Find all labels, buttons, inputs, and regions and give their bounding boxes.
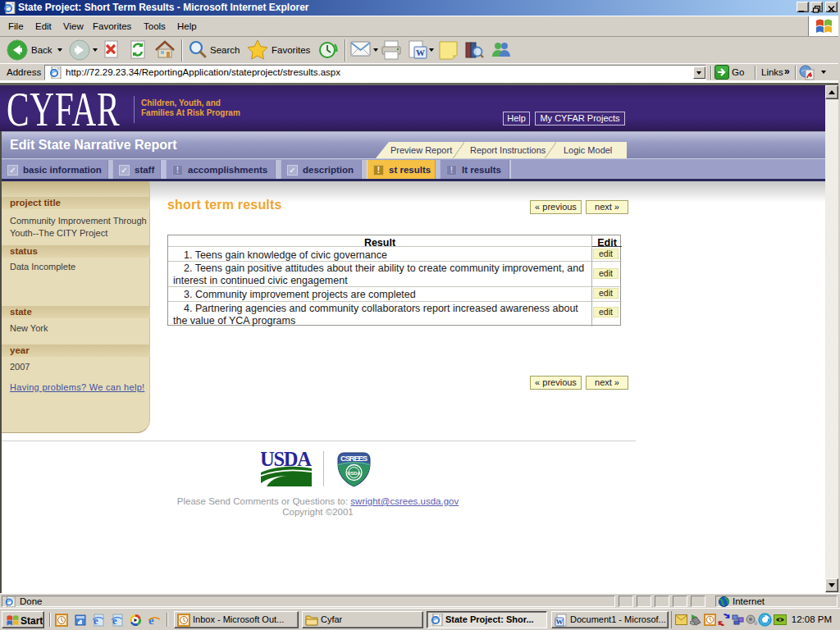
svg-text:e: e bbox=[112, 614, 117, 627]
svg-text:USDA: USDA bbox=[347, 471, 361, 476]
svg-text:CSREES: CSREES bbox=[340, 454, 368, 463]
svg-text:W: W bbox=[416, 48, 425, 57]
svg-text:W: W bbox=[556, 618, 564, 626]
svg-text:e: e bbox=[94, 614, 98, 627]
